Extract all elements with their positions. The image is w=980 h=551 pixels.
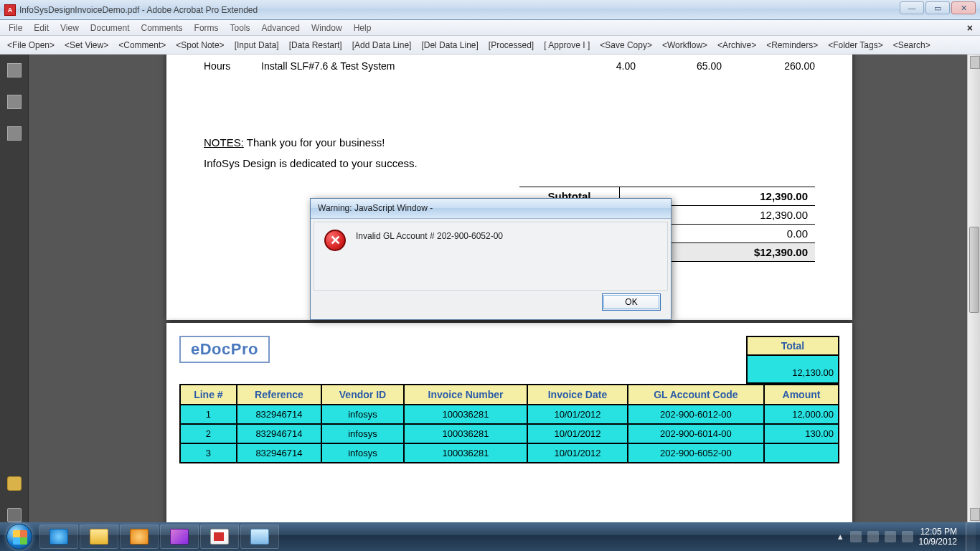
col-reference: Reference	[237, 385, 321, 405]
cell-reference[interactable]: 832946714	[237, 424, 321, 443]
tool-workflow[interactable]: <Workflow>	[662, 40, 707, 50]
cell-gl-account[interactable]: 202-900-6012-00	[628, 405, 764, 424]
cell-amount[interactable]	[764, 443, 839, 463]
table-row: 2 832946714 infosys 100036281 10/01/2012…	[180, 424, 839, 443]
invoice-line-item: Hours Install SLF#7.6 & Test System 4.00…	[204, 60, 815, 72]
cell-line[interactable]: 1	[180, 405, 237, 424]
taskbar-app1[interactable]	[160, 524, 199, 549]
tool-reminders[interactable]: <Reminders>	[766, 40, 818, 50]
menu-advanced[interactable]: Advanced	[256, 22, 306, 34]
taskbar-media-player[interactable]	[120, 524, 159, 549]
col-vendor: Vendor ID	[321, 385, 404, 405]
comments-panel-icon[interactable]	[7, 476, 22, 491]
tool-search[interactable]: <Search>	[893, 40, 930, 50]
table-row: 3 832946714 infosys 100036281 10/01/2012…	[180, 443, 839, 463]
maximize-button[interactable]: ▭	[925, 1, 950, 14]
taskbar-ie[interactable]	[39, 524, 78, 549]
tool-save-copy[interactable]: <Save Copy>	[600, 40, 652, 50]
menu-file[interactable]: File	[3, 22, 28, 34]
menu-help[interactable]: Help	[348, 22, 377, 34]
tool-add-data-line[interactable]: [Add Data Line]	[352, 40, 412, 50]
media-icon	[130, 529, 149, 545]
pages-panel-icon[interactable]	[7, 63, 22, 77]
cell-amount[interactable]: 12,000.00	[764, 405, 839, 424]
cell-invoice-number[interactable]: 100036281	[404, 424, 527, 443]
scrollbar-thumb[interactable]	[969, 227, 979, 313]
cell-amount[interactable]: 130.00	[764, 424, 839, 443]
menu-tools[interactable]: Tools	[225, 22, 256, 34]
clock-time: 12:05 PM	[919, 527, 957, 537]
cell-gl-account[interactable]: 202-900-6052-00	[628, 443, 764, 463]
edoc-header-row: Line # Reference Vendor ID Invoice Numbe…	[180, 385, 839, 405]
minimize-button[interactable]: —	[900, 1, 924, 14]
warning-dialog: Warning: JavaScript Window - ✕ Invalid G…	[310, 198, 672, 320]
dialog-title: Warning: JavaScript Window -	[311, 199, 671, 219]
edoc-total-box: Total 12,130.00	[746, 336, 839, 384]
cell-invoice-number[interactable]: 100036281	[404, 405, 527, 424]
cell-line[interactable]: 2	[180, 424, 237, 443]
menu-document[interactable]: Document	[85, 22, 136, 34]
cell-gl-account[interactable]: 202-900-6014-00	[628, 424, 764, 443]
col-gl-account: GL Account Code	[628, 385, 764, 405]
show-desktop-button[interactable]	[966, 522, 976, 551]
ok-button[interactable]: OK	[602, 293, 661, 311]
menu-window[interactable]: Window	[306, 22, 348, 34]
toolbar: <File Open> <Set View> <Comment> <Spot N…	[0, 36, 980, 55]
close-button[interactable]: ✕	[951, 1, 976, 14]
edocpro-logo: eDocPro	[179, 336, 270, 363]
cell-invoice-date[interactable]: 10/01/2012	[527, 443, 628, 463]
pdf-icon	[210, 529, 229, 545]
menu-edit[interactable]: Edit	[28, 22, 55, 34]
tool-approve[interactable]: [ Approve I ]	[544, 40, 590, 50]
table-row: 1 832946714 infosys 100036281 10/01/2012…	[180, 405, 839, 424]
close-doc-button[interactable]: ×	[967, 22, 973, 34]
menu-comments[interactable]: Comments	[136, 22, 189, 34]
menu-forms[interactable]: Forms	[189, 22, 225, 34]
cell-vendor[interactable]: infosys	[321, 405, 404, 424]
tray-overflow-icon[interactable]: ▲	[837, 532, 844, 541]
nav-pane	[0, 55, 29, 522]
taskbar-explorer[interactable]	[80, 524, 118, 549]
tool-processed[interactable]: [Processed]	[489, 40, 534, 50]
dialog-body: ✕ Invalid GL Account # 202-900-6052-00	[314, 222, 668, 291]
line-qty: 4.00	[578, 60, 636, 72]
tool-archive[interactable]: <Archive>	[717, 40, 756, 50]
flag-icon[interactable]	[850, 531, 862, 542]
start-button[interactable]	[0, 522, 39, 551]
tool-input-data[interactable]: [Input Data]	[235, 40, 279, 50]
cell-invoice-number[interactable]: 100036281	[404, 443, 527, 463]
power-icon[interactable]	[867, 531, 879, 542]
vertical-scrollbar[interactable]	[967, 55, 980, 522]
cell-line[interactable]: 3	[180, 443, 237, 463]
line-desc: Install SLF#7.6 & Test System	[261, 60, 578, 72]
tool-set-view[interactable]: <Set View>	[65, 40, 108, 50]
signatures-panel-icon[interactable]	[7, 126, 22, 141]
volume-icon[interactable]	[902, 531, 913, 542]
tool-folder-tags[interactable]: <Folder Tags>	[828, 40, 883, 50]
bookmarks-panel-icon[interactable]	[7, 95, 22, 109]
cell-invoice-date[interactable]: 10/01/2012	[527, 424, 628, 443]
tool-file-open[interactable]: <File Open>	[7, 40, 55, 50]
network-icon[interactable]	[885, 531, 896, 542]
invoice-notes-line2: InfoSys Design is dedicated to your succ…	[204, 157, 815, 169]
cell-reference[interactable]: 832946714	[237, 443, 321, 463]
attachments-panel-icon[interactable]	[7, 508, 22, 522]
app-icon: A	[4, 4, 16, 16]
tool-data-restart[interactable]: [Data Restart]	[289, 40, 342, 50]
clock[interactable]: 12:05 PM 10/9/2012	[919, 527, 957, 547]
folder-icon	[90, 529, 108, 545]
cell-vendor[interactable]: infosys	[321, 424, 404, 443]
cell-reference[interactable]: 832946714	[237, 405, 321, 424]
tool-spot-note[interactable]: <Spot Note>	[176, 40, 224, 50]
pdf-page-2: eDocPro Total 12,130.00 Line # Reference…	[166, 323, 852, 522]
tool-comment[interactable]: <Comment>	[118, 40, 166, 50]
tool-del-data-line[interactable]: [Del Data Line]	[421, 40, 478, 50]
edoc-total-value[interactable]: 12,130.00	[746, 356, 839, 384]
notes-label: NOTES:	[204, 136, 244, 149]
taskbar-acrobat[interactable]	[200, 524, 239, 549]
taskbar-notepad[interactable]	[240, 524, 279, 549]
cell-invoice-date[interactable]: 10/01/2012	[527, 405, 628, 424]
title-bar: A InfoSysDesignInvoiceDemo.pdf - Adobe A…	[0, 0, 980, 20]
cell-vendor[interactable]: infosys	[321, 443, 404, 463]
menu-view[interactable]: View	[55, 22, 85, 34]
